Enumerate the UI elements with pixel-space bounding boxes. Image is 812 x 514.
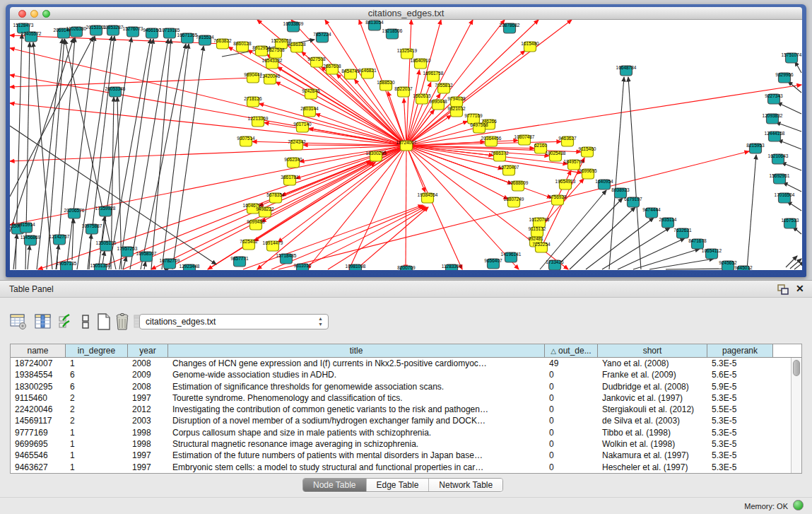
table-cell[interactable]: Wolkin et al. (1998) [598,438,707,450]
network-edge[interactable] [261,146,406,222]
table-row[interactable]: 1830029562008Estimation of significance … [11,381,801,392]
network-edge[interactable] [10,37,93,197]
table-cell[interactable]: 9463627 [11,462,66,473]
network-edge[interactable] [151,39,171,269]
table-cell[interactable]: 2 [66,415,128,426]
table-cell[interactable]: de Silva et al. (2003) [598,415,707,426]
table-cell[interactable]: Nakamura et al. (1997) [598,450,707,461]
memory-status-icon[interactable] [793,500,804,510]
table-cell[interactable]: 1 [66,438,128,450]
table-cell[interactable]: 22420046 [11,404,66,415]
table-cell[interactable]: 18724007 [11,358,66,369]
table-cell[interactable]: 0 [545,438,598,450]
network-edge[interactable] [123,257,126,269]
table-cell[interactable]: Genome-wide association studies in ADHD. [168,369,545,380]
table-cell[interactable]: Structural magnetic resonance image aver… [168,438,545,450]
table-cell[interactable]: 49 [545,358,598,369]
table-row[interactable]: 946554611997Estimation of the future num… [11,450,801,461]
network-edge[interactable] [790,259,801,269]
table-cell[interactable]: 5.5E-5 [707,404,773,415]
table-cell[interactable]: 9115460 [11,392,66,404]
table-cell[interactable]: 0 [545,392,598,404]
network-edge[interactable] [328,207,427,269]
table-cell[interactable]: 5.9E-5 [707,381,773,392]
network-edge[interactable] [356,207,428,269]
network-edge[interactable] [782,163,801,170]
network-edge[interactable] [406,20,411,146]
table-row[interactable]: 946362711997Embryonic stem cells: a mode… [11,462,801,473]
table-cell[interactable]: Stergiakouli et al. (2012) [598,404,707,415]
table-cell[interactable]: Changes of HCN gene expression and I(f) … [168,358,545,369]
table-selector-dropdown[interactable]: citations_edges.txt ▲▼ [139,314,329,329]
tab-edge-table[interactable]: Edge Table [366,479,429,491]
table-cell[interactable]: 0 [545,404,598,415]
table-cell[interactable]: Investigating the contribution of common… [168,404,545,415]
float-window-icon[interactable] [777,284,789,295]
network-edge[interactable] [777,103,801,114]
table-row[interactable]: 1456911722003Disruption of a novel membe… [11,415,801,426]
column-header-title[interactable]: title [168,344,545,357]
column-header-short[interactable]: short [598,344,707,357]
network-edge[interactable] [778,140,801,149]
network-edge[interactable] [28,245,30,269]
network-edge[interactable] [649,259,714,269]
table-panel-header[interactable]: Table Panel ✕ [0,280,812,298]
new-table-icon[interactable] [95,313,113,331]
network-edge[interactable] [300,206,425,269]
table-cell[interactable]: 5.3E-5 [707,358,773,369]
table-cell[interactable]: 6 [66,369,128,380]
table-cell[interactable]: 2008 [128,358,168,369]
table-cell[interactable]: 1998 [128,438,168,450]
network-edge[interactable] [130,39,168,269]
table-cell[interactable]: Franke et al. (2009) [598,369,707,380]
table-row[interactable]: 1872400712008Changes of HCN gene express… [11,358,801,369]
network-edge[interactable] [307,146,406,269]
table-cell[interactable]: 5.6E-5 [707,369,773,380]
network-edge[interactable] [786,256,797,267]
table-cell[interactable]: Tibbo et al. (1998) [598,427,707,438]
table-cell[interactable]: 2009 [128,369,168,380]
table-cell[interactable]: 1 [66,450,128,461]
table-cell[interactable]: Embryonic stem cells: a model to study s… [168,462,545,473]
table-cell[interactable]: 1 [66,358,128,369]
table-cell[interactable]: 5.3E-5 [707,392,773,404]
table-cell[interactable]: Hescheler et al. (1997) [598,462,707,473]
network-view-window[interactable]: citations_edges.txt 18724007183002951938… [6,4,806,277]
table-cell[interactable]: 1998 [128,427,168,438]
table-cell[interactable]: 2 [66,404,128,415]
column-header-name[interactable]: name [11,344,66,357]
table-cell[interactable]: 2012 [128,404,168,415]
table-cell[interactable]: 5.3E-5 [707,450,773,461]
network-edge[interactable] [119,39,153,269]
table-cell[interactable]: 2003 [128,415,168,426]
table-scrollbar[interactable] [791,358,801,473]
select-rows-icon[interactable] [57,313,75,331]
table-cell[interactable]: Estimation of significance thresholds fo… [168,381,545,392]
table-cell[interactable]: 0 [545,369,598,380]
table-cell[interactable]: Yano et al. (2008) [598,358,707,369]
network-edge[interactable] [666,269,729,269]
network-canvas[interactable]: 1872400718300295193845541512847312405572… [10,20,802,270]
table-cell[interactable]: 9699695 [11,438,66,450]
table-cell[interactable]: 2 [66,392,128,404]
network-edge[interactable] [570,207,635,269]
network-edge[interactable] [794,262,802,269]
tab-network-table[interactable]: Network Table [428,479,502,491]
table-row[interactable]: 969969511998Structural magnetic resonanc… [11,438,801,450]
network-edge[interactable] [162,44,189,269]
network-edge[interactable] [10,48,406,146]
table-cell[interactable]: 1997 [128,450,168,461]
minimize-window-icon[interactable] [30,10,38,18]
table-settings-icon[interactable] [9,313,28,331]
network-edge[interactable] [406,70,419,146]
network-edge[interactable] [10,78,253,87]
table-cell[interactable]: Disruption of a novel member of a sodium… [168,415,545,426]
column-header-out_de[interactable]: △out_de... [545,344,598,357]
table-cell[interactable]: 2008 [128,381,168,392]
table-row[interactable]: 1938455462009Genome-wide association stu… [11,369,801,380]
network-edge[interactable] [13,234,17,269]
table-cell[interactable]: Tourette syndrome. Phenomenology and cla… [168,392,545,404]
table-cell[interactable]: 1 [66,462,128,473]
table-cell[interactable]: 5.3E-5 [707,415,773,426]
table-cell[interactable]: 0 [545,415,598,426]
